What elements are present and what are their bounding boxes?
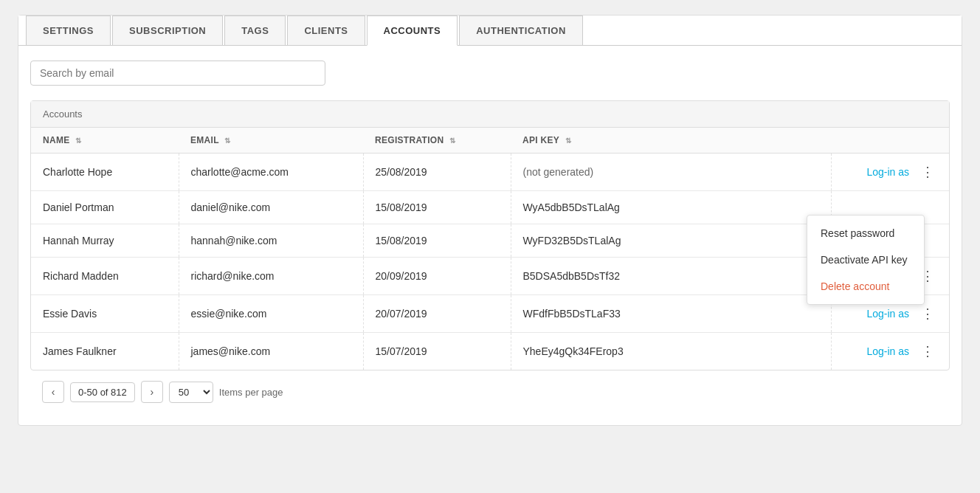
sort-icon-email: ⇅	[224, 137, 230, 145]
table-row: Charlotte Hope charlotte@acme.com 25/08/…	[31, 154, 949, 191]
row-menu-trigger[interactable]: ⋮	[918, 343, 937, 359]
api-key-value: WyFD32B5DsTLalAg	[523, 235, 621, 246]
row-api-key: YheEy4gQk34FErop3	[511, 333, 831, 370]
tab-tags[interactable]: TAGS	[224, 15, 286, 45]
login-as-link[interactable]: Log-in as	[866, 345, 909, 357]
api-key-value: YheEy4gQk34FErop3	[523, 345, 624, 357]
search-input[interactable]	[30, 61, 325, 86]
reset-password-item[interactable]: Reset password	[807, 220, 924, 246]
tabs-bar: SETTINGS SUBSCRIPTION TAGS CLIENTS ACCOU…	[18, 15, 962, 46]
next-page-button[interactable]: ›	[141, 381, 163, 403]
login-as-link[interactable]: Log-in as	[866, 308, 909, 320]
col-header-email[interactable]: EMAIL ⇅	[179, 128, 363, 154]
row-name: Essie Davis	[31, 295, 179, 333]
row-email: james@nike.com	[179, 333, 363, 370]
login-as-link[interactable]: Log-in as	[866, 166, 909, 178]
row-api-key: (not generated)	[511, 154, 831, 191]
row-registration: 20/09/2019	[363, 258, 511, 295]
col-header-action	[831, 128, 949, 154]
row-api-key: WFdfFbB5DsTLaF33	[511, 295, 831, 333]
row-email: essie@nike.com	[179, 295, 363, 333]
items-per-page-label: Items per page	[219, 387, 283, 398]
api-key-value: (not generated)	[523, 166, 594, 178]
table-section-label: Accounts	[31, 101, 949, 128]
api-key-value: B5DSA5dbB5DsTf32	[523, 270, 621, 282]
row-name: Richard Madden	[31, 258, 179, 295]
row-action: Log-in as ⋮	[831, 333, 949, 370]
row-email: hannah@nike.com	[179, 224, 363, 258]
deactivate-api-key-item[interactable]: Deactivate API key	[807, 246, 924, 273]
context-menu: Reset password Deactivate API key Delete…	[807, 215, 925, 305]
row-email: daniel@nike.com	[179, 191, 363, 224]
sort-icon-name: ⇅	[75, 137, 81, 145]
tab-accounts[interactable]: ACCOUNTS	[367, 15, 458, 46]
tab-clients[interactable]: CLIENTS	[287, 15, 365, 45]
table-header-row: NAME ⇅ EMAIL ⇅ REGISTRATION ⇅ API KEY	[31, 128, 949, 154]
row-name: Hannah Murray	[31, 224, 179, 258]
row-email: richard@nike.com	[179, 258, 363, 295]
tab-settings[interactable]: SETTINGS	[26, 15, 111, 45]
row-name: Daniel Portman	[31, 191, 179, 224]
row-menu-trigger[interactable]: ⋮	[918, 164, 937, 180]
row-menu-trigger[interactable]: ⋮	[918, 306, 937, 322]
sort-icon-api-key: ⇅	[565, 137, 571, 145]
pagination-bar: ‹ 0-50 of 812 › 10 25 50 100 Items per p…	[30, 370, 950, 413]
api-key-value: WFdfFbB5DsTLaF33	[523, 308, 621, 320]
prev-page-button[interactable]: ‹	[42, 381, 64, 403]
row-registration: 15/07/2019	[363, 333, 511, 370]
tab-subscription[interactable]: SUBSCRIPTION	[112, 15, 223, 45]
row-email: charlotte@acme.com	[179, 154, 363, 191]
row-name: James Faulkner	[31, 333, 179, 370]
row-registration: 20/07/2019	[363, 295, 511, 333]
row-api-key: B5DSA5dbB5DsTf32	[511, 258, 831, 295]
delete-account-item[interactable]: Delete account	[807, 273, 924, 300]
col-header-name[interactable]: NAME ⇅	[31, 128, 179, 154]
col-header-registration[interactable]: REGISTRATION ⇅	[363, 128, 511, 154]
sort-icon-registration: ⇅	[449, 137, 455, 145]
row-registration: 15/08/2019	[363, 191, 511, 224]
row-registration: 25/08/2019	[363, 154, 511, 191]
row-name: Charlotte Hope	[31, 154, 179, 191]
per-page-select[interactable]: 10 25 50 100	[169, 382, 213, 403]
row-api-key: WyFD32B5DsTLalAg	[511, 224, 831, 258]
api-key-value: WyA5dbB5DsTLalAg	[523, 201, 620, 213]
page-info: 0-50 of 812	[70, 382, 135, 402]
main-container: SETTINGS SUBSCRIPTION TAGS CLIENTS ACCOU…	[18, 15, 962, 426]
row-registration: 15/08/2019	[363, 224, 511, 258]
table-row: James Faulkner james@nike.com 15/07/2019…	[31, 333, 949, 370]
row-action: Log-in as ⋮	[831, 154, 949, 191]
row-api-key: WyA5dbB5DsTLalAg	[511, 191, 831, 224]
tab-authentication[interactable]: AUTHENTICATION	[459, 15, 583, 45]
col-header-api-key[interactable]: API KEY ⇅	[511, 128, 831, 154]
